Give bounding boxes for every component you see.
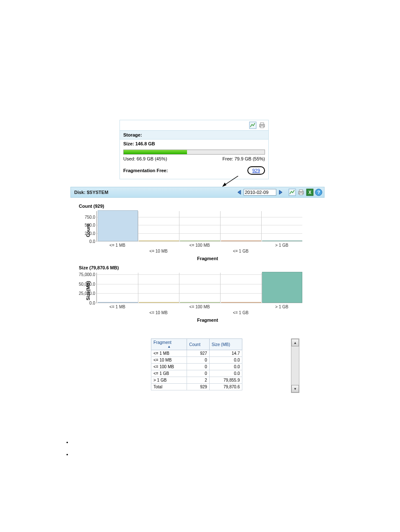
y-tick: 25,000.0 [79,291,97,296]
table-row: <= 1 GB00.0 [151,370,242,377]
x-tick: <= 1 MB [109,303,125,309]
print-icon[interactable] [258,121,266,129]
table-cell: <= 100 MB [151,364,187,370]
y-tick: 750.0 [85,214,97,219]
x-tick: > 1 GB [275,241,288,248]
x-tick: > 1 GB [275,303,288,309]
sort-asc-icon: ▲ [153,345,184,349]
fragment-table-wrap: Fragment ▲ Count Size (MB) <= 1 MB92714.… [151,338,242,390]
table-row: <= 1 MB92714.7 [151,350,242,357]
svg-rect-3 [260,126,264,128]
x-tick: <= 10 MB [149,303,167,315]
table-row: <= 100 MB00.0 [151,364,242,370]
table-row: Total92979,870.6 [151,384,242,390]
print-icon[interactable] [297,189,305,196]
bar [262,272,302,303]
chart-count-xlabel: Fragment [96,256,319,261]
table-cell: 79,855.9 [209,377,242,384]
svg-rect-11 [299,193,303,195]
table-cell: <= 10 MB [151,357,187,364]
fragmentation-row: Fragmentation Free: 929 [120,164,268,179]
storage-used: Used: 66.9 GB (45%) [123,156,167,161]
y-tick: 50,000.0 [79,281,97,286]
x-tick: <= 1 GB [233,303,248,315]
bar [98,210,138,241]
storage-size: Size: 146.8 GB [120,139,268,148]
storage-panel: Storage: Size: 146.8 GB Used: 66.9 GB (4… [119,120,269,179]
disk-label: Disk: $SYSTEM [73,190,108,195]
bullet-item: • [66,439,68,446]
svg-marker-6 [238,190,241,194]
date-input[interactable] [244,189,276,196]
bullet-list: • • [66,434,68,464]
table-cell: 2 [187,377,210,384]
scroll-up-button[interactable]: ▲ [291,339,299,346]
table-header-count[interactable]: Count [187,339,210,350]
table-header-fragment[interactable]: Fragment ▲ [151,339,187,350]
scrollbar[interactable]: ▲ ▼ [291,338,299,393]
prev-date-button[interactable] [236,189,242,195]
y-tick: 0.0 [89,301,97,305]
table-cell: > 1 GB [151,377,187,384]
table-cell: 0.0 [209,364,242,370]
table-cell: 0.0 [209,370,242,377]
storage-header: Storage: [120,130,268,139]
svg-text:X: X [309,190,312,195]
charts-region: Count (929) Count 0.0250.0500.0750.0<= 1… [75,202,319,327]
table-cell: Total [151,384,187,390]
table-row: > 1 GB279,855.9 [151,377,242,384]
bullet-item: • [66,452,68,458]
scroll-down-button[interactable]: ▼ [291,385,299,393]
table-header-label: Fragment [153,340,171,345]
x-tick: <= 100 MB [190,241,210,248]
storage-used-free-row: Used: 66.9 GB (45%) Free: 79.9 GB (55%) [120,155,268,164]
chart-size: Size(MB) 0.025,000.050,000.075,000.0<= 1… [96,273,319,323]
y-tick: 250.0 [85,231,97,235]
x-tick: <= 1 GB [233,241,248,253]
chart-size-xlabel: Fragment [96,318,319,323]
table-cell: 0 [187,357,210,364]
chart-icon[interactable] [249,121,257,129]
svg-rect-10 [299,190,303,191]
svg-marker-7 [279,190,282,194]
table-cell: 79,870.6 [209,384,242,390]
table-row: <= 10 MB00.0 [151,357,242,364]
table-header-size[interactable]: Size (MB) [209,339,242,350]
x-tick: <= 100 MB [190,303,210,309]
chart-size-plot: 0.025,000.050,000.075,000.0<= 1 MB<= 10 … [96,273,302,303]
chart-size-title: Size (79,870.6 MB) [79,265,319,270]
x-tick: <= 10 MB [149,241,167,253]
fragmentation-circle: 929 [247,166,265,175]
next-date-button[interactable] [278,189,283,195]
table-cell: 14.7 [209,350,242,357]
scroll-track[interactable] [291,346,299,385]
y-tick: 500.0 [85,223,97,227]
help-icon[interactable]: ? [315,189,322,196]
chart-count: Count 0.0250.0500.0750.0<= 1 MB<= 10 MB<… [96,211,319,261]
storage-panel-icons [120,120,268,130]
fragment-table: Fragment ▲ Count Size (MB) <= 1 MB92714.… [151,338,242,390]
chart-icon[interactable] [288,189,296,196]
table-cell: 0 [187,364,210,370]
chart-count-plot: 0.0250.0500.0750.0<= 1 MB<= 10 MB<= 100 … [96,211,302,242]
svg-marker-5 [222,183,226,187]
x-tick: <= 1 MB [109,241,125,248]
y-tick: 75,000.0 [79,272,97,277]
fragmentation-label: Fragmentation Free: [123,168,168,173]
table-cell: 927 [187,350,210,357]
excel-export-icon[interactable]: X [306,189,314,196]
disk-toolbar: Disk: $SYSTEM X ? [70,187,325,198]
table-cell: 929 [187,384,210,390]
fragmentation-link[interactable]: 929 [252,168,260,173]
table-cell: 0 [187,370,210,377]
chart-count-title: Count (929) [79,204,319,209]
table-cell: <= 1 MB [151,350,187,357]
storage-free: Free: 79.9 GB (55%) [223,156,265,161]
y-tick: 0.0 [89,239,97,244]
svg-text:?: ? [317,190,320,195]
svg-rect-2 [260,123,264,124]
storage-usage-bar [123,150,265,155]
table-cell: <= 1 GB [151,370,187,377]
table-cell: 0.0 [209,357,242,364]
